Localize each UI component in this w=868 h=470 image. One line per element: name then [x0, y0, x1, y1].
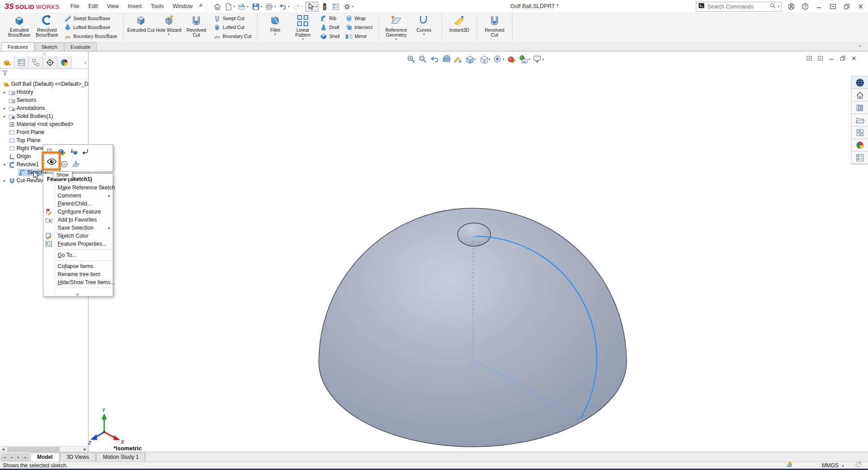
- edit-appearance-button[interactable]: [507, 55, 516, 63]
- ribbon-tab-evaluate[interactable]: Evaluate: [64, 42, 97, 51]
- search-dropdown-icon[interactable]: ▾: [778, 5, 779, 8]
- perf-warn-icon[interactable]: !: [786, 461, 793, 468]
- menu-insert[interactable]: Insert: [123, 0, 146, 13]
- tree-item-golf-ball-default-default-display-st[interactable]: Golf Ball (Default) <<Default>_Display S…: [0, 80, 88, 88]
- menu-item-add-to-favorites[interactable]: Add to Favorites: [43, 216, 113, 224]
- settings-gear-button[interactable]: ▾: [342, 2, 355, 11]
- settings-gear-dropdown-icon[interactable]: ▾: [352, 5, 354, 8]
- reference-geometry-dropdown-icon[interactable]: ▾: [395, 38, 397, 41]
- hide-items-button[interactable]: ▾: [493, 55, 504, 63]
- new-doc-button[interactable]: ▾: [224, 2, 236, 11]
- manager-tabs-more-button[interactable]: ›: [72, 56, 88, 68]
- fillet-button[interactable]: Fillet▾: [261, 14, 289, 40]
- tree-filter-input[interactable]: [10, 70, 86, 78]
- boundary-boss-base-button[interactable]: Boundary Boss/Base: [62, 32, 119, 41]
- show-button[interactable]: [44, 154, 58, 168]
- save-dropdown-icon[interactable]: ▾: [261, 5, 263, 8]
- tree-expander-icon[interactable]: ▸: [2, 179, 7, 183]
- lofted-cut-button[interactable]: Lofted Cut: [211, 23, 254, 32]
- search-commands-input[interactable]: [707, 3, 768, 10]
- apply-scene-dropdown-icon[interactable]: ▾: [529, 58, 530, 61]
- pane-right-icon[interactable]: [817, 55, 824, 62]
- menu-window[interactable]: Window: [168, 0, 197, 13]
- linear-pattern-dropdown-icon[interactable]: ▾: [302, 38, 304, 41]
- filter-funnel-icon[interactable]: [2, 70, 8, 76]
- last-tab-button[interactable]: ▶|: [22, 453, 29, 461]
- menu-item-make-reference-sketch[interactable]: Make Reference Sketch: [43, 184, 113, 192]
- lofted-boss-base-button[interactable]: Lofted Boss/Base: [62, 23, 119, 32]
- panel-splitter[interactable]: [0, 51, 88, 56]
- wrap-button[interactable]: Wrap: [343, 14, 375, 23]
- pane-left-icon[interactable]: [806, 55, 813, 62]
- tree-item-solid-bodies-1[interactable]: ▸Solid Bodies(1): [0, 112, 88, 120]
- rib-button[interactable]: Rib: [318, 14, 342, 23]
- dimxpert-tab[interactable]: [43, 56, 57, 68]
- boundary-cut-button[interactable]: Boundary Cut: [211, 32, 254, 41]
- menu-item-comment[interactable]: Comment▸: [43, 192, 113, 200]
- bottom-tab-model[interactable]: Model: [30, 453, 59, 462]
- rollback-button[interactable]: [70, 148, 77, 157]
- view-list-button[interactable]: [331, 2, 341, 11]
- fillet-dropdown-icon[interactable]: ▾: [275, 33, 276, 36]
- revolved-cut-button[interactable]: Revolved Cut: [481, 14, 508, 40]
- next-tab-button[interactable]: ▶: [15, 453, 22, 461]
- magnifier-icon[interactable]: [770, 3, 776, 9]
- menu-item-go-to[interactable]: Go To...: [43, 251, 113, 259]
- ribbon-collapse-button[interactable]: ^: [856, 44, 864, 50]
- win-pane-icon[interactable]: [829, 3, 837, 10]
- tp-design-tab[interactable]: [851, 126, 868, 139]
- win-restore-icon[interactable]: [839, 55, 846, 62]
- open-doc-dropdown-icon[interactable]: ▾: [247, 5, 249, 8]
- tp-folder-tab[interactable]: [851, 114, 868, 126]
- redo-dropdown-icon[interactable]: ▾: [301, 5, 303, 8]
- tree-item-annotations[interactable]: ▸AAnnotations: [0, 104, 88, 112]
- section-view-button[interactable]: [441, 55, 450, 63]
- help-icon[interactable]: ?: [801, 3, 809, 10]
- tp-globe-tab[interactable]: [851, 76, 868, 89]
- panel-horizontal-scrollbar[interactable]: ◀ ▶: [0, 446, 88, 452]
- view-settings-dropdown-icon[interactable]: ▾: [542, 58, 544, 61]
- linear-pattern-button[interactable]: Linear Pattern▾: [289, 14, 317, 41]
- home-button[interactable]: [212, 2, 222, 11]
- menu-tools[interactable]: Tools: [146, 0, 168, 13]
- tree-part-tab[interactable]: [0, 56, 14, 68]
- intersect-button[interactable]: Intersect: [343, 23, 375, 32]
- tree-item-history[interactable]: ▸History: [0, 88, 88, 96]
- view-orient-dropdown-icon[interactable]: ▾: [474, 58, 476, 61]
- view-orient-button[interactable]: ▾: [465, 55, 476, 63]
- config-mgr-tab[interactable]: [29, 56, 43, 68]
- redo-button[interactable]: ▾: [292, 2, 304, 11]
- comment-bubble-button[interactable]: [60, 160, 68, 170]
- print-button[interactable]: ▾: [264, 2, 277, 11]
- prev-tab-button[interactable]: ◀: [8, 453, 15, 461]
- menu-item-parent-child[interactable]: Parent/Child...: [43, 200, 113, 208]
- hide-items-dropdown-icon[interactable]: ▾: [503, 58, 504, 61]
- new-doc-dropdown-icon[interactable]: ▾: [233, 5, 235, 8]
- menu-item-rename-tree-item[interactable]: Rename tree item: [43, 270, 113, 278]
- prev-view-button[interactable]: [430, 55, 439, 63]
- curves-dropdown-icon[interactable]: ▾: [423, 33, 425, 36]
- menu-item-sketch-color[interactable]: Sketch Color: [43, 232, 113, 240]
- back-arrow-button[interactable]: [81, 148, 89, 157]
- curves-button[interactable]: Curves▾: [410, 14, 438, 40]
- bottom-tab-motion-study-1[interactable]: Motion Study 1: [96, 453, 145, 462]
- tp-library-tab[interactable]: [851, 101, 868, 114]
- menu-item-feature-properties[interactable]: Feature Properties...: [43, 240, 113, 248]
- win-min-icon[interactable]: [828, 55, 835, 62]
- anno-vis-button[interactable]: A: [453, 55, 462, 63]
- sketch-plane-button[interactable]: [72, 160, 80, 170]
- tree-expander-icon[interactable]: ▸: [2, 90, 7, 94]
- tree-item-material-not-specified[interactable]: Material <not specified>: [0, 120, 88, 128]
- pin-icon[interactable]: [197, 2, 204, 9]
- ribbon-tab-features[interactable]: Features: [1, 42, 34, 51]
- menu-file[interactable]: File: [66, 0, 84, 13]
- hole-wizard-dropdown-icon[interactable]: ▾: [168, 33, 169, 36]
- apply-scene-button[interactable]: ▾: [519, 55, 530, 63]
- tree-item-front-plane[interactable]: Front Plane: [0, 128, 88, 136]
- revolved-boss-base-button[interactable]: Revolved Boss/Base: [33, 14, 61, 40]
- zoom-fit-button[interactable]: [406, 55, 415, 63]
- tree-item-top-plane[interactable]: Top Plane: [0, 136, 88, 144]
- reference-geometry-button[interactable]: Reference Geometry▾: [382, 14, 410, 41]
- display-style-dropdown-icon[interactable]: ▾: [489, 58, 491, 61]
- open-doc-button[interactable]: ▾: [237, 2, 250, 11]
